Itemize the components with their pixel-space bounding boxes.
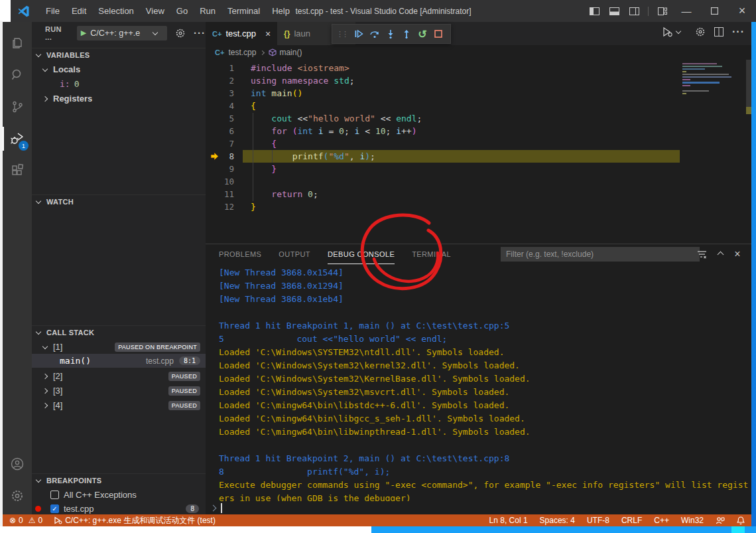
problems-status[interactable]: ⊗0 ⚠0 [9, 516, 42, 525]
line-number[interactable]: 5 [206, 112, 234, 125]
step-out-button[interactable] [399, 26, 414, 42]
line-number[interactable]: 10 [206, 175, 234, 188]
tab-close-icon[interactable]: × [265, 29, 271, 39]
code-line[interactable]: 6 for (int i = 0; i < 10; i++) [206, 125, 751, 137]
extensions-icon[interactable] [3, 155, 32, 187]
menu-file[interactable]: File [40, 0, 66, 22]
console-filter-input[interactable]: Filter (e.g. text, !exclude) [501, 247, 700, 262]
code-line[interactable]: 4{ [206, 100, 751, 112]
code-line[interactable]: 8 printf("%d", i); [206, 150, 751, 163]
toggle-panel-icon[interactable] [604, 0, 624, 22]
variables-section-header[interactable]: VARIABLES [32, 48, 206, 61]
restart-button[interactable]: ↺ [414, 26, 430, 42]
customize-layout-icon[interactable] [653, 0, 672, 22]
run-and-debug-icon[interactable]: 1 [3, 123, 32, 155]
menu-go[interactable]: Go [170, 0, 194, 22]
eol-status[interactable]: CRLF [621, 516, 642, 525]
debug-settings-gear-icon[interactable] [175, 28, 186, 38]
filter-results-icon[interactable] [693, 244, 710, 264]
line-number[interactable]: 12 [206, 200, 234, 213]
call-stack-section-header[interactable]: CALL STACK [32, 325, 206, 339]
debug-console-input[interactable] [206, 501, 751, 514]
code-line[interactable]: 10 [206, 175, 751, 188]
indentation-status[interactable]: Spaces: 4 [540, 516, 575, 525]
code-line[interactable]: 5 cout <<"hello world" << endl; [206, 112, 751, 125]
code-line[interactable]: 9 } [206, 163, 751, 175]
minimize-button[interactable]: — [672, 0, 700, 22]
exceptions-checkbox[interactable] [50, 491, 59, 499]
cursor-position-status[interactable]: Ln 8, Col 1 [489, 516, 528, 525]
language-mode-status[interactable]: C++ [654, 516, 669, 525]
maximize-button[interactable] [700, 0, 728, 22]
breakpoints-section-header[interactable]: BREAKPOINTS [32, 473, 206, 487]
debug-target-status[interactable]: C/C++: g++.exe 生成和调试活动文件 (test) [54, 515, 216, 526]
line-number[interactable]: 3 [206, 87, 234, 100]
step-into-button[interactable] [383, 26, 399, 42]
breakpoint-checkbox[interactable]: ✓ [50, 504, 59, 513]
settings-gear-icon[interactable] [3, 480, 32, 512]
minimap[interactable] [682, 63, 741, 96]
registers-group[interactable]: Registers [32, 92, 206, 106]
callstack-thread-1[interactable]: [1] PAUSED ON BREAKPOINT [32, 340, 206, 354]
tab-test-cpp[interactable]: C+ test.cpp × [206, 22, 277, 45]
step-over-button[interactable] [367, 26, 383, 42]
callstack-thread-2[interactable]: [2] PAUSED [32, 369, 206, 383]
run-or-debug-icon[interactable] [662, 27, 686, 37]
menu-run[interactable]: Run [194, 0, 221, 22]
search-icon[interactable] [3, 59, 32, 91]
code-line[interactable]: 2using namespace std; [206, 74, 751, 87]
callstack-frame-main[interactable]: main() test.cpp 8:1 [32, 354, 206, 368]
breadcrumb-symbol[interactable]: main() [279, 48, 302, 57]
feedback-icon[interactable] [716, 516, 725, 524]
close-panel-icon[interactable]: × [729, 244, 746, 264]
menu-edit[interactable]: Edit [66, 0, 92, 22]
code-line[interactable]: 3int main() [206, 87, 751, 100]
debug-configuration-dropdown[interactable]: ▶ C/C++: g++.e [77, 26, 167, 40]
code-line[interactable]: 1#include <iostream> [206, 62, 751, 74]
tab-output[interactable]: OUTPUT [279, 245, 310, 264]
breakpoint-exceptions-row[interactable]: All C++ Exceptions [32, 488, 206, 502]
close-button[interactable]: × [728, 0, 756, 22]
line-number[interactable]: 6 [206, 125, 234, 137]
start-debugging-icon[interactable]: ▶ [81, 29, 86, 37]
tab-debug-console[interactable]: DEBUG CONSOLE [328, 245, 395, 264]
menu-help[interactable]: Help [266, 0, 296, 22]
watch-section-header[interactable]: WATCH [32, 194, 206, 208]
notifications-bell-icon[interactable] [737, 516, 745, 525]
line-number[interactable]: 7 [206, 137, 234, 150]
line-number[interactable]: 11 [206, 188, 234, 200]
menu-selection[interactable]: Selection [92, 0, 139, 22]
breadcrumb[interactable]: C+ test.cpp main() [206, 45, 751, 60]
line-number[interactable]: 1 [206, 62, 234, 74]
breakpoint-file-row[interactable]: ✓ test.cpp 8 [32, 502, 206, 516]
menu-terminal[interactable]: Terminal [221, 0, 266, 22]
editor-scrollbar[interactable] [746, 60, 751, 109]
code-line[interactable]: 7 { [206, 137, 751, 150]
variable-row[interactable]: i: 0 [32, 77, 206, 91]
breadcrumb-file[interactable]: test.cpp [228, 48, 256, 57]
code-line[interactable]: 11 return 0; [206, 188, 751, 200]
split-editor-icon[interactable] [714, 27, 724, 37]
menu-view[interactable]: View [140, 0, 170, 22]
accounts-icon[interactable] [3, 448, 32, 480]
continue-button[interactable] [351, 26, 367, 42]
locals-group[interactable]: Locals [32, 62, 206, 76]
toolbar-drag-handle[interactable]: ⋮⋮ [336, 30, 347, 38]
explorer-icon[interactable] [3, 27, 32, 59]
callstack-thread-3[interactable]: [3] PAUSED [32, 384, 206, 398]
toggle-secondary-sidebar-icon[interactable] [624, 0, 644, 22]
encoding-status[interactable]: UTF-8 [587, 516, 609, 525]
editor-gear-icon[interactable] [695, 27, 706, 37]
code-line[interactable]: 12} [206, 200, 751, 213]
editor-more-actions-icon[interactable]: ··· [732, 26, 745, 38]
tab-terminal[interactable]: TERMINAL [412, 245, 451, 264]
code-editor[interactable]: 1#include <iostream>2using namespace std… [206, 60, 751, 244]
toggle-sidebar-icon[interactable] [584, 0, 604, 22]
line-number[interactable]: 9 [206, 163, 234, 175]
platform-status[interactable]: Win32 [681, 516, 704, 525]
line-number[interactable]: 4 [206, 100, 234, 112]
views-more-actions-icon[interactable]: ··· [194, 27, 206, 38]
stop-button[interactable] [430, 26, 446, 42]
line-number[interactable]: 2 [206, 74, 234, 87]
callstack-thread-4[interactable]: [4] PAUSED [32, 398, 206, 412]
